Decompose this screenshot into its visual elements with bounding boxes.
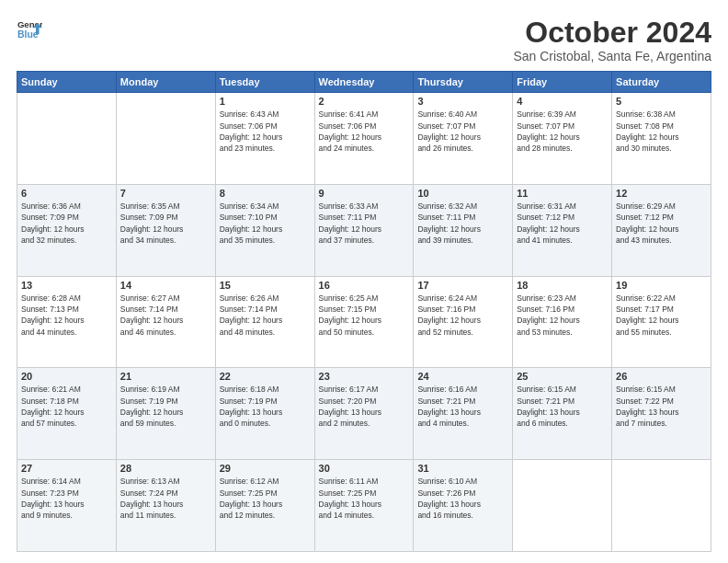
- day-cell: 23Sunrise: 6:17 AMSunset: 7:20 PMDayligh…: [314, 368, 414, 460]
- col-monday: Monday: [116, 72, 215, 93]
- day-info: Sunrise: 6:15 AMSunset: 7:22 PMDaylight:…: [616, 384, 707, 429]
- day-cell: 10Sunrise: 6:32 AMSunset: 7:11 PMDayligh…: [414, 184, 513, 276]
- day-info: Sunrise: 6:34 AMSunset: 7:10 PMDaylight:…: [220, 201, 311, 246]
- day-info: Sunrise: 6:11 AMSunset: 7:25 PMDaylight:…: [319, 476, 410, 521]
- day-number: 23: [319, 371, 410, 382]
- day-info: Sunrise: 6:38 AMSunset: 7:08 PMDaylight:…: [616, 109, 707, 154]
- logo-icon: General Blue: [17, 17, 42, 42]
- day-info: Sunrise: 6:31 AMSunset: 7:12 PMDaylight:…: [517, 201, 608, 246]
- day-info: Sunrise: 6:25 AMSunset: 7:15 PMDaylight:…: [319, 293, 410, 338]
- day-cell: 19Sunrise: 6:22 AMSunset: 7:17 PMDayligh…: [612, 276, 711, 368]
- calendar-table: Sunday Monday Tuesday Wednesday Thursday…: [17, 71, 711, 552]
- day-cell: 9Sunrise: 6:33 AMSunset: 7:11 PMDaylight…: [314, 184, 414, 276]
- day-info: Sunrise: 6:19 AMSunset: 7:19 PMDaylight:…: [120, 384, 211, 429]
- day-cell: 8Sunrise: 6:34 AMSunset: 7:10 PMDaylight…: [215, 184, 314, 276]
- location-subtitle: San Cristobal, Santa Fe, Argentina: [513, 49, 711, 63]
- header: General Blue October 2024 San Cristobal,…: [17, 17, 711, 63]
- col-tuesday: Tuesday: [215, 72, 314, 93]
- day-number: 12: [616, 188, 707, 199]
- day-cell: 22Sunrise: 6:18 AMSunset: 7:19 PMDayligh…: [215, 368, 314, 460]
- day-number: 7: [120, 188, 211, 199]
- day-info: Sunrise: 6:41 AMSunset: 7:06 PMDaylight:…: [319, 109, 410, 154]
- table-row: 1Sunrise: 6:43 AMSunset: 7:06 PMDaylight…: [17, 93, 711, 185]
- day-number: 8: [220, 188, 311, 199]
- day-number: 26: [616, 371, 707, 382]
- day-cell: 1Sunrise: 6:43 AMSunset: 7:06 PMDaylight…: [215, 93, 314, 185]
- day-info: Sunrise: 6:13 AMSunset: 7:24 PMDaylight:…: [120, 476, 211, 521]
- day-number: 24: [417, 371, 508, 382]
- day-number: 22: [220, 371, 311, 382]
- day-cell: [17, 93, 117, 185]
- day-number: 10: [417, 188, 508, 199]
- day-cell: 28Sunrise: 6:13 AMSunset: 7:24 PMDayligh…: [116, 460, 215, 552]
- day-info: Sunrise: 6:40 AMSunset: 7:07 PMDaylight:…: [417, 109, 508, 154]
- day-number: 18: [517, 280, 608, 291]
- day-info: Sunrise: 6:15 AMSunset: 7:21 PMDaylight:…: [517, 384, 608, 429]
- day-number: 21: [120, 371, 211, 382]
- title-section: October 2024 San Cristobal, Santa Fe, Ar…: [513, 17, 711, 63]
- day-info: Sunrise: 6:43 AMSunset: 7:06 PMDaylight:…: [220, 109, 311, 154]
- day-cell: 15Sunrise: 6:26 AMSunset: 7:14 PMDayligh…: [215, 276, 314, 368]
- day-cell: 24Sunrise: 6:16 AMSunset: 7:21 PMDayligh…: [414, 368, 513, 460]
- day-cell: 11Sunrise: 6:31 AMSunset: 7:12 PMDayligh…: [513, 184, 612, 276]
- col-wednesday: Wednesday: [314, 72, 414, 93]
- day-cell: 21Sunrise: 6:19 AMSunset: 7:19 PMDayligh…: [116, 368, 215, 460]
- month-title: October 2024: [513, 17, 711, 49]
- day-cell: 25Sunrise: 6:15 AMSunset: 7:21 PMDayligh…: [513, 368, 612, 460]
- day-info: Sunrise: 6:29 AMSunset: 7:12 PMDaylight:…: [616, 201, 707, 246]
- day-number: 29: [220, 463, 311, 474]
- day-cell: 7Sunrise: 6:35 AMSunset: 7:09 PMDaylight…: [116, 184, 215, 276]
- header-row: Sunday Monday Tuesday Wednesday Thursday…: [17, 72, 711, 93]
- day-number: 15: [220, 280, 311, 291]
- day-cell: 12Sunrise: 6:29 AMSunset: 7:12 PMDayligh…: [612, 184, 711, 276]
- day-number: 14: [120, 280, 211, 291]
- day-cell: [513, 460, 612, 552]
- day-number: 27: [21, 463, 112, 474]
- day-number: 4: [517, 96, 608, 107]
- day-info: Sunrise: 6:10 AMSunset: 7:26 PMDaylight:…: [417, 476, 508, 521]
- day-number: 5: [616, 96, 707, 107]
- day-info: Sunrise: 6:32 AMSunset: 7:11 PMDaylight:…: [417, 201, 508, 246]
- day-info: Sunrise: 6:14 AMSunset: 7:23 PMDaylight:…: [21, 476, 112, 521]
- day-info: Sunrise: 6:12 AMSunset: 7:25 PMDaylight:…: [220, 476, 311, 521]
- day-info: Sunrise: 6:24 AMSunset: 7:16 PMDaylight:…: [417, 293, 508, 338]
- calendar-page: General Blue October 2024 San Cristobal,…: [0, 0, 728, 563]
- day-info: Sunrise: 6:36 AMSunset: 7:09 PMDaylight:…: [21, 201, 112, 246]
- day-number: 11: [517, 188, 608, 199]
- day-number: 1: [220, 96, 311, 107]
- day-cell: [116, 93, 215, 185]
- day-info: Sunrise: 6:16 AMSunset: 7:21 PMDaylight:…: [417, 384, 508, 429]
- day-info: Sunrise: 6:28 AMSunset: 7:13 PMDaylight:…: [21, 293, 112, 338]
- day-info: Sunrise: 6:18 AMSunset: 7:19 PMDaylight:…: [220, 384, 311, 429]
- day-info: Sunrise: 6:17 AMSunset: 7:20 PMDaylight:…: [319, 384, 410, 429]
- day-number: 6: [21, 188, 112, 199]
- day-cell: 13Sunrise: 6:28 AMSunset: 7:13 PMDayligh…: [17, 276, 117, 368]
- day-number: 3: [417, 96, 508, 107]
- day-cell: 27Sunrise: 6:14 AMSunset: 7:23 PMDayligh…: [17, 460, 117, 552]
- day-info: Sunrise: 6:39 AMSunset: 7:07 PMDaylight:…: [517, 109, 608, 154]
- day-number: 16: [319, 280, 410, 291]
- day-cell: 18Sunrise: 6:23 AMSunset: 7:16 PMDayligh…: [513, 276, 612, 368]
- day-cell: 3Sunrise: 6:40 AMSunset: 7:07 PMDaylight…: [414, 93, 513, 185]
- day-cell: 30Sunrise: 6:11 AMSunset: 7:25 PMDayligh…: [314, 460, 414, 552]
- table-row: 27Sunrise: 6:14 AMSunset: 7:23 PMDayligh…: [17, 460, 711, 552]
- day-info: Sunrise: 6:35 AMSunset: 7:09 PMDaylight:…: [120, 201, 211, 246]
- day-number: 2: [319, 96, 410, 107]
- day-cell: 2Sunrise: 6:41 AMSunset: 7:06 PMDaylight…: [314, 93, 414, 185]
- day-cell: 16Sunrise: 6:25 AMSunset: 7:15 PMDayligh…: [314, 276, 414, 368]
- day-info: Sunrise: 6:33 AMSunset: 7:11 PMDaylight:…: [319, 201, 410, 246]
- day-info: Sunrise: 6:23 AMSunset: 7:16 PMDaylight:…: [517, 293, 608, 338]
- day-number: 28: [120, 463, 211, 474]
- day-number: 30: [319, 463, 410, 474]
- col-thursday: Thursday: [414, 72, 513, 93]
- col-friday: Friday: [513, 72, 612, 93]
- col-saturday: Saturday: [612, 72, 711, 93]
- day-number: 9: [319, 188, 410, 199]
- day-cell: 5Sunrise: 6:38 AMSunset: 7:08 PMDaylight…: [612, 93, 711, 185]
- svg-text:Blue: Blue: [17, 29, 39, 40]
- day-info: Sunrise: 6:22 AMSunset: 7:17 PMDaylight:…: [616, 293, 707, 338]
- day-cell: 6Sunrise: 6:36 AMSunset: 7:09 PMDaylight…: [17, 184, 117, 276]
- day-cell: 26Sunrise: 6:15 AMSunset: 7:22 PMDayligh…: [612, 368, 711, 460]
- day-cell: 14Sunrise: 6:27 AMSunset: 7:14 PMDayligh…: [116, 276, 215, 368]
- day-number: 25: [517, 371, 608, 382]
